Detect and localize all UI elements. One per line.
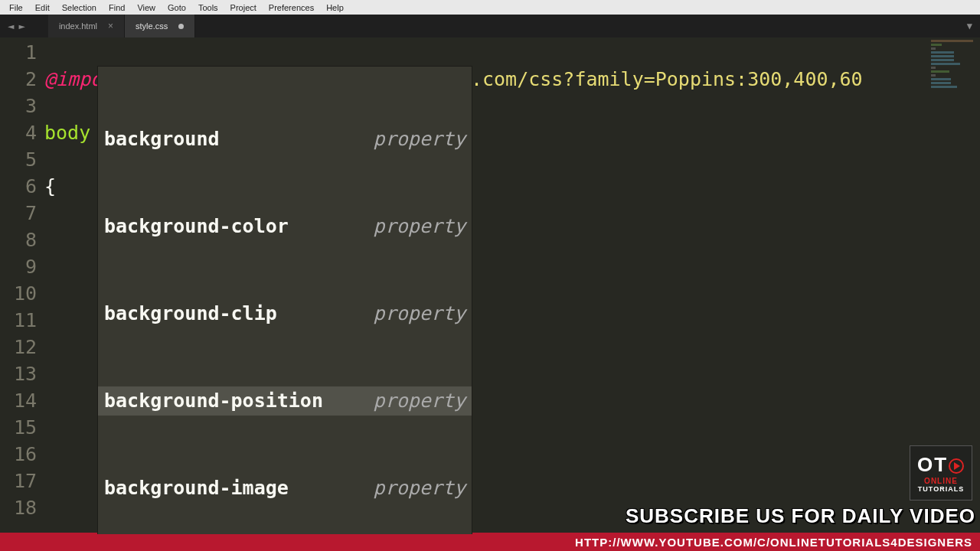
line-number: 13 (0, 360, 37, 387)
tab-style-css[interactable]: style.css (125, 15, 195, 37)
nav-back-icon[interactable]: ◄ (8, 20, 14, 32)
menu-tools[interactable]: Tools (192, 3, 224, 12)
menu-preferences[interactable]: Preferences (263, 3, 320, 12)
watermark-logo: OT (917, 453, 965, 477)
menu-goto[interactable]: Goto (162, 3, 192, 12)
line-number: 14 (0, 387, 37, 414)
channel-watermark: OT ONLINE TUTORIALS (910, 445, 972, 500)
menu-help[interactable]: Help (320, 3, 350, 12)
tab-label: style.css (136, 21, 168, 31)
watermark-line2: TUTORIALS (918, 485, 964, 493)
line-number: 17 (0, 468, 37, 494)
autocomplete-item[interactable]: background-colorproperty (98, 212, 472, 241)
menu-project[interactable]: Project (224, 3, 263, 12)
line-number: 12 (0, 334, 37, 360)
tab-bar: ◄ ► index.html × style.css ▼ (0, 15, 980, 37)
line-gutter: 1 2 3 4 5 6 7 8 9 10 11 12 13 14 15 16 1… (0, 37, 44, 534)
code-brace: { (44, 175, 56, 197)
line-number: 3 (0, 93, 37, 119)
minimap[interactable] (931, 40, 977, 132)
line-number: 8 (0, 227, 37, 253)
menu-view[interactable]: View (131, 3, 162, 12)
line-number: 11 (0, 307, 37, 334)
menu-selection[interactable]: Selection (56, 3, 103, 12)
line-number: 4 (0, 119, 37, 146)
autocomplete-item-selected[interactable]: background-positionproperty (98, 386, 472, 416)
menu-file[interactable]: File (3, 3, 29, 12)
panes-dropdown-icon[interactable]: ▼ (967, 21, 972, 31)
menu-find[interactable]: Find (103, 3, 131, 12)
svg-marker-1 (954, 462, 960, 470)
line-number: 9 (0, 253, 37, 280)
line-number: 10 (0, 280, 37, 307)
autocomplete-popup[interactable]: backgroundproperty background-colorprope… (97, 66, 472, 534)
nav-arrows: ◄ ► (0, 20, 33, 32)
line-number: 16 (0, 441, 37, 468)
autocomplete-item[interactable]: background-clipproperty (98, 299, 472, 328)
dirty-indicator-icon (178, 24, 184, 29)
tab-label: index.html (59, 21, 97, 31)
line-number: 2 (0, 66, 37, 93)
code-area[interactable]: @import url('https://fonts.googleapis.co… (44, 37, 980, 534)
line-number: 15 (0, 414, 37, 441)
close-icon[interactable]: × (108, 21, 113, 31)
tab-index-html[interactable]: index.html × (48, 15, 125, 37)
editor[interactable]: 1 2 3 4 5 6 7 8 9 10 11 12 13 14 15 16 1… (0, 37, 980, 534)
autocomplete-item[interactable]: background-imageproperty (98, 474, 472, 503)
line-number: 7 (0, 200, 37, 227)
nav-forward-icon[interactable]: ► (18, 20, 24, 32)
line-number: 6 (0, 173, 37, 200)
watermark-line1: ONLINE (924, 477, 958, 485)
line-number: 5 (0, 146, 37, 173)
autocomplete-item[interactable]: backgroundproperty (98, 125, 472, 154)
line-number: 1 (0, 39, 37, 66)
code-selector: body (44, 122, 90, 144)
line-number: 18 (0, 494, 37, 521)
url-overlay: HTTP://WWW.YOUTUBE.COM/C/ONLINETUTORIALS… (0, 533, 980, 551)
menubar: File Edit Selection Find View Goto Tools… (0, 0, 980, 15)
menu-edit[interactable]: Edit (29, 3, 56, 12)
subscribe-overlay: SUBSCRIBE US FOR DAILY VIDEO (626, 504, 975, 528)
play-circle-icon (948, 458, 965, 474)
